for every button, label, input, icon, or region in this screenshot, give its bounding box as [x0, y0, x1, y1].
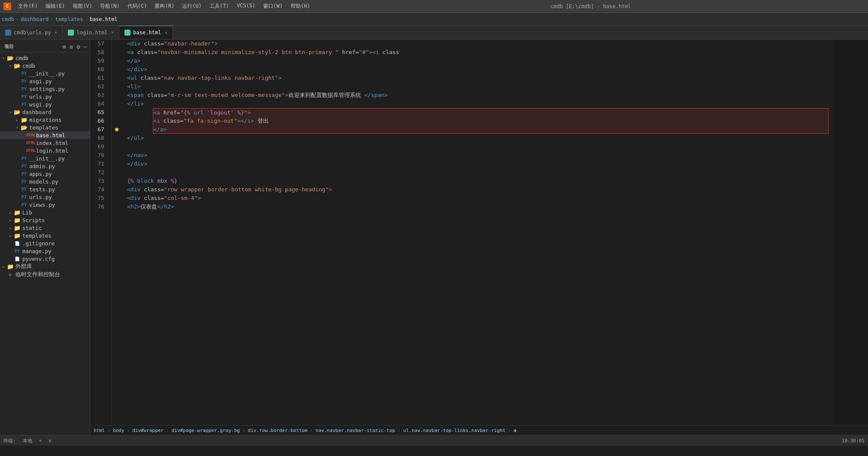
tree-item-label: models.py [29, 178, 58, 185]
tree-item-py[interactable]: PYtests.py [0, 185, 90, 193]
editor-tab[interactable]: base.html× [119, 26, 173, 39]
tree-file-icon: 📄 [14, 240, 21, 247]
menu-item[interactable]: 文件(F) [15, 2, 41, 11]
code-line: </a> [127, 57, 829, 65]
tree-item-label: login.html [36, 148, 68, 154]
menu-item[interactable]: 视图(V) [69, 2, 96, 11]
editor-tab[interactable]: login.html× [63, 26, 119, 39]
tree-item-py[interactable]: PYurls.py [0, 193, 90, 201]
menu-item[interactable]: 窗口(W) [260, 2, 286, 11]
tree-item-py[interactable]: PYwsgi.py [0, 100, 90, 108]
tree-item-folder[interactable]: ▸📁外部库 [0, 263, 90, 271]
status-breadcrumb-item[interactable]: nav.navbar.navbar-static-top [316, 428, 395, 433]
tree-item-py[interactable]: PY__init__.py [0, 69, 90, 77]
new-file-icon[interactable]: ⊕ [61, 42, 67, 51]
code-container: 5758596061626364656667686970717273747576… [90, 39, 868, 425]
editor-area: 5758596061626364656667686970717273747576… [90, 39, 868, 435]
tree-file-icon: PY [21, 85, 27, 92]
menu-item[interactable]: 工具(T) [206, 2, 233, 11]
tree-item-html[interactable]: HTMLindex.html [0, 139, 90, 147]
menu-item[interactable]: 帮助(H) [287, 2, 314, 11]
breadcrumb-separator: › [16, 16, 19, 22]
line-number: 62 [90, 82, 108, 91]
tree-file-icon: 📁 [14, 209, 21, 216]
tree-item-label: pyvenv.cfg [22, 256, 55, 262]
line-number: 66 [90, 117, 108, 125]
tree-item-py[interactable]: PYapps.py [0, 170, 90, 178]
tree-item-file[interactable]: 📄pyvenv.cfg [0, 255, 90, 263]
tree-item-folder[interactable]: ▾📂cmdb [0, 62, 90, 69]
tree-file-icon: PY [21, 70, 27, 77]
status-breadcrumb-item[interactable]: div#page-wrapper.gray-bg [172, 428, 240, 433]
tree-arrow-icon: ▸ [7, 218, 14, 223]
tree-item-py[interactable]: PYasgi.py [0, 77, 90, 85]
line-number: 70 [90, 151, 108, 160]
file-tree[interactable]: ▾📂cmdb▾📂cmdbPY__init__.pyPYasgi.pyPYsett… [0, 54, 90, 279]
menu-bar[interactable]: 文件(F)编辑(E)视图(V)导航(N)代码(C)重构(R)运行(U)工具(T)… [15, 2, 313, 11]
tree-item-folder[interactable]: ▸📁templates [0, 232, 90, 239]
tree-item-label: dashboard [22, 109, 52, 115]
tree-item-py[interactable]: PYmodels.py [0, 178, 90, 185]
tree-item-folder[interactable]: ▸📁migrations [0, 116, 90, 124]
breadcrumb-item[interactable]: dashboard [21, 16, 49, 22]
menu-item[interactable]: 编辑(E) [42, 2, 69, 11]
menu-item[interactable]: VCS(S) [234, 2, 259, 11]
code-line: </li> [127, 100, 829, 108]
minimize-icon[interactable]: − [83, 42, 88, 51]
status-breadcrumb-item[interactable]: a [513, 428, 516, 433]
editor-tab[interactable]: cmdb\urls.py× [0, 26, 63, 39]
status-breadcrumb-item[interactable]: html [94, 428, 105, 433]
tree-item-py[interactable]: PYurls.py [0, 93, 90, 100]
tree-item-folder[interactable]: ▸📁Lib [0, 208, 90, 216]
status-breadcrumb-item[interactable]: div.row.border-bottom [248, 428, 307, 433]
terminal-value: 本地 [23, 438, 32, 444]
line-number: 63 [90, 91, 108, 100]
code-line: {% block mbx %} [127, 177, 829, 185]
tree-item-folder[interactable]: ▸📁Scripts [0, 216, 90, 224]
add-terminal-icon[interactable]: + [39, 438, 42, 444]
menu-item[interactable]: 重构(R) [151, 2, 178, 11]
breadcrumb-separator: › [127, 428, 130, 433]
settings-icon[interactable]: ⚙ [76, 42, 81, 51]
tree-item-file[interactable]: 📄.gitignore [0, 239, 90, 247]
tree-item-label: migrations [29, 117, 61, 123]
gutter-cell [112, 168, 122, 177]
menu-item[interactable]: 运行(U) [179, 2, 205, 11]
code-line: <a href="{% url 'logout' %}"> [153, 108, 829, 117]
collapse-icon[interactable]: ≡ [69, 42, 74, 51]
tree-item-folder[interactable]: ▸📁static [0, 224, 90, 232]
tree-item-py[interactable]: PYsettings.py [0, 85, 90, 93]
menu-item[interactable]: 导航(N) [97, 2, 123, 11]
menu-item[interactable]: 代码(C) [124, 2, 151, 11]
status-breadcrumb-item[interactable]: div#wrapper [132, 428, 164, 433]
status-breadcrumb-item[interactable]: ul.nav.navbar-top-links.navbar-right [403, 428, 505, 433]
gutter-cell [112, 151, 122, 160]
chevron-down-icon[interactable]: ∨ [49, 438, 52, 444]
tabs-row[interactable]: cmdb\urls.py×login.html×base.html× [0, 26, 868, 39]
tree-item-folder[interactable]: ▾📂templates [0, 124, 90, 131]
breadcrumb-item[interactable]: cmdb [2, 16, 14, 22]
code-content[interactable]: <div class="navbar-header"> <a class="na… [122, 39, 834, 425]
tree-item-html[interactable]: HTMLlogin.html [0, 147, 90, 154]
tab-close-button[interactable]: × [55, 30, 58, 35]
window-title: cmdb [E:\cmdb] - base.html [317, 3, 865, 9]
line-number: 74 [90, 185, 108, 194]
line-number: 73 [90, 177, 108, 185]
breadcrumb-item[interactable]: templates [55, 16, 83, 22]
gutter-cell [112, 117, 122, 125]
tree-item-html[interactable]: HTMLbase.html [0, 131, 90, 139]
tree-item-py[interactable]: PYviews.py [0, 201, 90, 208]
tree-item-py[interactable]: PYmanage.py [0, 247, 90, 255]
tree-item-py[interactable]: PYadmin.py [0, 162, 90, 170]
tree-item-label: Lib [22, 209, 32, 216]
code-line: </div> [127, 65, 829, 74]
tab-close-button[interactable]: × [111, 30, 114, 35]
tree-item-py[interactable]: PY__init__.py [0, 154, 90, 162]
tree-item-special[interactable]: ⊙临时文件和控制台 [0, 271, 90, 279]
status-breadcrumb-item[interactable]: body [113, 428, 124, 433]
tab-close-button[interactable]: × [164, 30, 167, 36]
sidebar[interactable]: 项目 ⊕ ≡ ⚙ − ▾📂cmdb▾📂cmdbPY__init__.pyPYas… [0, 39, 90, 435]
tree-item-folder[interactable]: ▾📂cmdb [0, 54, 90, 62]
tree-file-icon: PY [21, 155, 27, 162]
tree-item-folder[interactable]: ▾📂dashboard [0, 108, 90, 116]
